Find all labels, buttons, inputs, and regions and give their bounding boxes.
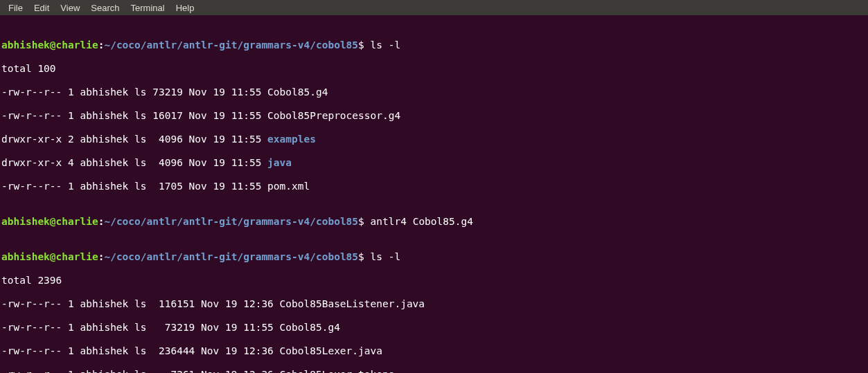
prompt-dollar: $ <box>358 251 364 262</box>
prompt-path: ~/coco/antlr/antlr-git/grammars-v4/cobol… <box>104 216 358 227</box>
output-total-2: total 2396 <box>1 275 867 286</box>
listing-row: -rw-r--r-- 1 abhishek ls 1705 Nov 19 11:… <box>1 181 867 192</box>
dir-name: java <box>267 157 292 168</box>
command-1: ls -l <box>371 39 401 51</box>
dir-name: examples <box>267 134 316 145</box>
terminal-area[interactable]: abhishek@charlie:~/coco/antlr/antlr-git/… <box>0 15 868 373</box>
command-2: antlr4 Cobol85.g4 <box>371 216 473 227</box>
prompt-line-3: abhishek@charlie:~/coco/antlr/antlr-git/… <box>1 251 867 263</box>
prompt-user: abhishek <box>1 251 50 262</box>
menu-file[interactable]: File <box>3 2 28 14</box>
listing-row: -rw-r--r-- 1 abhishek ls 116151 Nov 19 1… <box>1 298 867 310</box>
menu-edit[interactable]: Edit <box>28 2 55 14</box>
prompt-user: abhishek <box>1 216 50 227</box>
prompt-host: charlie <box>56 216 98 227</box>
listing-row: drwxr-xr-x 2 abhishek ls 4096 Nov 19 11:… <box>1 134 867 145</box>
prompt-path: ~/coco/antlr/antlr-git/grammars-v4/cobol… <box>104 39 358 51</box>
listing-meta: drwxr-xr-x 2 abhishek ls 4096 Nov 19 11:… <box>1 134 267 145</box>
listing-row: -rw-r--r-- 1 abhishek ls 236444 Nov 19 1… <box>1 345 867 357</box>
menu-search[interactable]: Search <box>85 2 125 14</box>
menu-view[interactable]: View <box>55 2 85 14</box>
listing-row: -rw-r--r-- 1 abhishek ls 16017 Nov 19 11… <box>1 110 867 122</box>
prompt-dollar: $ <box>358 39 364 51</box>
output-total-1: total 100 <box>1 63 867 75</box>
menu-terminal[interactable]: Terminal <box>125 2 170 14</box>
listing-row: drwxr-xr-x 4 abhishek ls 4096 Nov 19 11:… <box>1 157 867 169</box>
prompt-host: charlie <box>56 251 98 262</box>
command-3: ls -l <box>371 251 401 262</box>
menu-help[interactable]: Help <box>170 2 200 14</box>
listing-row: -rw-r--r-- 1 abhishek ls 73219 Nov 19 11… <box>1 87 867 98</box>
prompt-host: charlie <box>56 39 98 51</box>
prompt-line-1: abhishek@charlie:~/coco/antlr/antlr-git/… <box>1 39 867 51</box>
listing-meta: drwxr-xr-x 4 abhishek ls 4096 Nov 19 11:… <box>1 157 267 168</box>
listing-row: -rw-r--r-- 1 abhishek ls 73219 Nov 19 11… <box>1 322 867 334</box>
prompt-path: ~/coco/antlr/antlr-git/grammars-v4/cobol… <box>104 251 358 262</box>
prompt-at: @ <box>50 39 56 51</box>
prompt-dollar: $ <box>358 216 364 227</box>
prompt-line-2: abhishek@charlie:~/coco/antlr/antlr-git/… <box>1 216 867 228</box>
prompt-at: @ <box>50 251 56 262</box>
listing-row: -rw-r--r-- 1 abhishek ls 7261 Nov 19 12:… <box>1 369 867 373</box>
menubar: File Edit View Search Terminal Help <box>0 0 868 15</box>
prompt-at: @ <box>50 216 56 227</box>
prompt-user: abhishek <box>1 39 50 51</box>
